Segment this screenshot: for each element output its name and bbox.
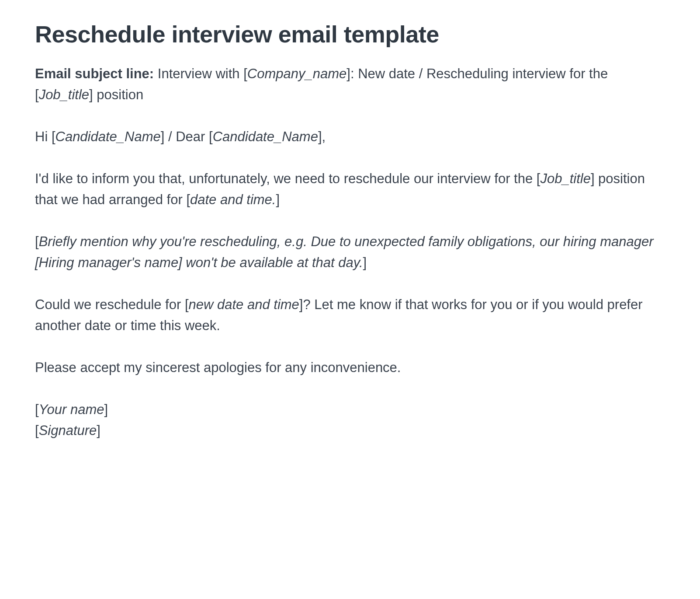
text: ] xyxy=(97,423,100,438)
placeholder-date-time: date and time. xyxy=(190,192,276,207)
text: Interview with [ xyxy=(154,66,247,81)
body-paragraph-3: Could we reschedule for [new date and ti… xyxy=(35,294,665,336)
text: ] xyxy=(104,402,108,417)
text: ] position xyxy=(89,87,143,102)
subject-label: Email subject line: xyxy=(35,66,154,81)
placeholder-company-name: Company_name xyxy=(247,66,347,81)
placeholder-new-date-time: new date and time xyxy=(189,297,299,312)
greeting-line: Hi [Candidate_Name] / Dear [Candidate_Na… xyxy=(35,126,665,147)
text: ] / Dear [ xyxy=(161,129,213,144)
text: Hi [ xyxy=(35,129,55,144)
placeholder-candidate-name: Candidate_Name xyxy=(55,129,161,144)
text: [ xyxy=(35,402,39,417)
body-paragraph-1: I'd like to inform you that, unfortunate… xyxy=(35,168,665,210)
signature-line-1: [Your name] xyxy=(35,399,665,420)
text: [ xyxy=(35,234,39,249)
placeholder-signature: Signature xyxy=(39,423,97,438)
signature-line-2: [Signature] xyxy=(35,420,665,441)
text: ] xyxy=(276,192,280,207)
placeholder-job-title: Job_title xyxy=(39,87,89,102)
body-paragraph-2: [Briefly mention why you're rescheduling… xyxy=(35,231,665,273)
text: [ xyxy=(35,423,39,438)
text: ], xyxy=(318,129,326,144)
text: ] xyxy=(363,255,367,270)
placeholder-candidate-name: Candidate_Name xyxy=(213,129,318,144)
text: Could we reschedule for [ xyxy=(35,297,189,312)
text: I'd like to inform you that, unfortunate… xyxy=(35,171,540,186)
page-title: Reschedule interview email template xyxy=(35,20,665,49)
body-paragraph-4: Please accept my sincerest apologies for… xyxy=(35,357,665,378)
placeholder-job-title: Job_title xyxy=(540,171,590,186)
subject-line: Email subject line: Interview with [Comp… xyxy=(35,63,665,105)
placeholder-reason: Briefly mention why you're rescheduling,… xyxy=(35,234,653,270)
placeholder-your-name: Your name xyxy=(39,402,104,417)
